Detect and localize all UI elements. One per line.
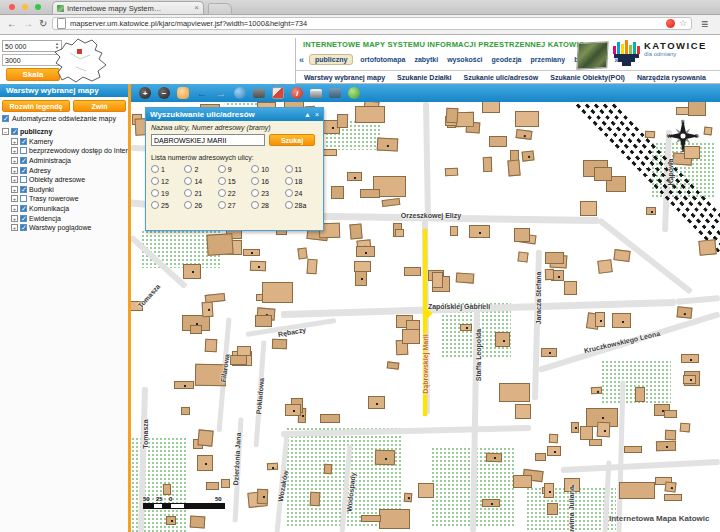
layer-checkbox[interactable]	[11, 128, 18, 135]
address-number-option[interactable]: 16	[251, 177, 284, 185]
map-theme-tab[interactable]: publiczny	[309, 54, 353, 65]
address-number-option[interactable]: 27	[218, 201, 251, 209]
search-button[interactable]: Szukaj	[269, 134, 315, 146]
collapse-button[interactable]: Zwiń	[73, 100, 126, 112]
map-theme-tab[interactable]: ortofotomapa	[358, 55, 407, 64]
dialog-titlebar[interactable]: Wyszukiwanie ulic/adresów ▲ ×	[146, 108, 323, 121]
layer-checkbox[interactable]	[20, 167, 27, 174]
bookmark-star-icon[interactable]: ☆	[679, 19, 687, 28]
city-overview-minimap[interactable]	[50, 37, 114, 85]
layer-checkbox[interactable]	[20, 224, 27, 231]
back-tool[interactable]: ←	[196, 87, 208, 99]
address-number-label: 1	[161, 166, 165, 173]
building	[221, 479, 230, 488]
previous-extent-tool[interactable]	[234, 87, 246, 99]
map-theme-tab[interactable]: geodezja	[490, 55, 524, 64]
building	[571, 422, 579, 433]
address-number-option[interactable]: 19	[151, 189, 184, 197]
browser-menu-icon[interactable]: ≡	[701, 17, 708, 31]
address-number-option[interactable]: 22	[218, 189, 251, 197]
street-name-input[interactable]	[151, 134, 265, 146]
identify-tool[interactable]: i	[291, 87, 303, 99]
address-number-label: 9	[228, 166, 232, 173]
tree-expander-icon[interactable]: −	[2, 128, 9, 135]
new-tab-button[interactable]	[208, 3, 232, 15]
tree-expander-icon[interactable]: +	[11, 186, 18, 193]
layer-checkbox[interactable]	[20, 176, 27, 183]
tree-expander-icon[interactable]: +	[11, 157, 18, 164]
address-number-option[interactable]: 21	[184, 189, 217, 197]
tree-expander-icon[interactable]: +	[11, 176, 18, 183]
measure-tool[interactable]	[253, 89, 265, 98]
address-number-option[interactable]: 28	[251, 201, 284, 209]
close-window-button[interactable]	[9, 4, 15, 10]
subnav-item[interactable]: Warstwy wybranej mapy	[304, 74, 385, 81]
address-number-option[interactable]: 14	[184, 177, 217, 185]
print-tool[interactable]	[310, 89, 322, 98]
building	[190, 325, 202, 335]
subnav-item[interactable]: Szukanie ulic/adresów	[464, 74, 539, 81]
tree-expander-icon[interactable]: +	[11, 195, 18, 202]
extension-icon[interactable]	[666, 19, 675, 28]
tab-close-icon[interactable]: ×	[194, 4, 199, 12]
tree-expander-icon[interactable]: +	[11, 224, 18, 231]
browser-reload-icon[interactable]: ↻	[39, 18, 47, 30]
building	[207, 233, 234, 256]
address-number-option[interactable]: 10	[251, 165, 284, 173]
map-theme-tab[interactable]: wysokości	[445, 55, 484, 64]
address-number-option[interactable]: 11	[285, 165, 318, 173]
zoom-in-tool[interactable]: +	[139, 87, 151, 99]
address-number-option[interactable]: 12	[151, 177, 184, 185]
map-theme-tab[interactable]: przemiany	[529, 55, 568, 64]
tabs-prev-icon[interactable]: «	[299, 55, 304, 65]
address-number-option[interactable]: 24	[285, 189, 318, 197]
address-number-option[interactable]: 28a	[285, 201, 318, 209]
layer-checkbox[interactable]	[20, 205, 27, 212]
zoom-window-button[interactable]	[35, 4, 41, 10]
address-number-option[interactable]: 1	[151, 165, 184, 173]
address-number-option[interactable]: 25	[151, 201, 184, 209]
layer-checkbox[interactable]	[20, 186, 27, 193]
building	[310, 492, 321, 506]
browser-forward-icon[interactable]: →	[23, 18, 33, 30]
tree-expander-icon[interactable]: +	[11, 147, 18, 154]
layer-checkbox[interactable]	[20, 195, 27, 202]
export-tool[interactable]	[329, 88, 341, 98]
map-theme-tab[interactable]: zabytki	[412, 55, 440, 64]
building	[595, 312, 606, 327]
minimize-window-button[interactable]	[22, 4, 28, 10]
url-box[interactable]: mapserver.um.katowice.pl/kjarc/mapviewer…	[52, 17, 692, 30]
url-text[interactable]: mapserver.um.katowice.pl/kjarc/mapviewer…	[70, 19, 662, 28]
address-number-option[interactable]: 23	[251, 189, 284, 197]
dialog-close-icon[interactable]: ×	[315, 111, 319, 119]
scalebar-label: 50	[143, 496, 150, 502]
forward-tool[interactable]: →	[215, 87, 227, 99]
browser-tab[interactable]: Internetowe mapy System… ×	[52, 1, 204, 14]
layer-checkbox[interactable]	[20, 215, 27, 222]
tree-expander-icon[interactable]: +	[11, 138, 18, 145]
tree-expander-icon[interactable]: +	[11, 167, 18, 174]
subnav-item[interactable]: Narzędzia rysowania	[637, 74, 706, 81]
subnav-item[interactable]: Szukanie Działki	[397, 74, 451, 81]
building	[201, 302, 213, 317]
building	[230, 355, 247, 365]
zoom-out-tool[interactable]: −	[158, 87, 170, 99]
address-number-option[interactable]: 2	[184, 165, 217, 173]
address-number-option[interactable]: 26	[184, 201, 217, 209]
address-number-option[interactable]: 15	[218, 177, 251, 185]
tree-expander-icon[interactable]: +	[11, 215, 18, 222]
pan-tool[interactable]	[177, 87, 189, 99]
browser-back-icon[interactable]: ←	[7, 18, 17, 30]
dialog-collapse-icon[interactable]: ▲	[304, 111, 311, 119]
layer-checkbox[interactable]	[20, 157, 27, 164]
erase-tool[interactable]	[272, 87, 284, 99]
auto-refresh-checkbox[interactable]	[2, 115, 9, 122]
layer-checkbox[interactable]	[20, 138, 27, 145]
tree-expander-icon[interactable]: +	[11, 205, 18, 212]
address-number-option[interactable]: 9	[218, 165, 251, 173]
address-number-option[interactable]: 18	[285, 177, 318, 185]
expand-legend-button[interactable]: Rozwiń legendę	[2, 100, 70, 112]
full-extent-tool[interactable]	[348, 87, 360, 99]
layer-checkbox[interactable]	[20, 147, 27, 154]
subnav-item[interactable]: Szukanie Obiekty(POI)	[550, 74, 625, 81]
